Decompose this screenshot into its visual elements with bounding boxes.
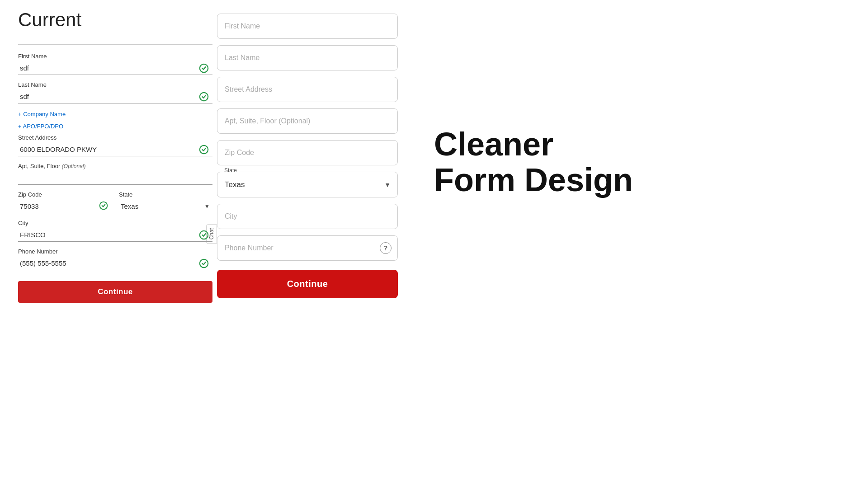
tagline: Cleaner Form Design: [434, 127, 705, 198]
city-wrapper: [18, 228, 212, 242]
last-name-group: Last Name: [18, 81, 212, 103]
continue-button-left[interactable]: Continue: [18, 281, 212, 303]
last-name-check-icon: [199, 92, 209, 102]
left-panel: Current First Name Last Name +: [18, 9, 212, 303]
clean-city-wrapper: [217, 204, 398, 229]
first-name-wrapper: [18, 61, 212, 75]
state-select[interactable]: Texas: [119, 200, 212, 213]
street-wrapper: Chat: [18, 143, 212, 156]
street-input[interactable]: [18, 143, 212, 156]
state-select-wrapper: Texas ▼: [119, 200, 212, 213]
apt-input[interactable]: [18, 171, 212, 185]
state-label: State: [119, 191, 212, 198]
clean-zip-wrapper: [217, 140, 398, 165]
city-input[interactable]: [18, 228, 212, 242]
clean-city-input[interactable]: [217, 204, 398, 229]
current-title: Current: [18, 9, 212, 31]
clean-first-name-wrapper: [217, 14, 398, 39]
street-check-icon: [199, 145, 209, 155]
apo-link[interactable]: + APO/FPO/DPO: [18, 123, 63, 130]
city-label: City: [18, 220, 212, 226]
first-name-input[interactable]: [18, 61, 212, 75]
zip-input[interactable]: [18, 200, 112, 213]
last-name-input[interactable]: [18, 90, 212, 103]
clean-phone-wrapper: ?: [217, 235, 398, 261]
clean-street-wrapper: [217, 77, 398, 102]
zip-check-icon: [99, 201, 108, 212]
clean-first-name-input[interactable]: [217, 14, 398, 39]
clean-last-name-wrapper: [217, 45, 398, 70]
apt-group: Apt, Suite, Floor (Optional): [18, 163, 212, 185]
continue-button-clean[interactable]: Continue: [217, 270, 398, 298]
last-name-label: Last Name: [18, 81, 212, 88]
apt-label: Apt, Suite, Floor (Optional): [18, 163, 212, 169]
clean-form-panel: State Texas Alabama Alaska Arizona Arkan…: [217, 14, 398, 298]
city-check-icon: [199, 230, 209, 240]
zip-group: Zip Code: [18, 191, 112, 213]
clean-zip-input[interactable]: [217, 140, 398, 165]
tagline-line1: Cleaner: [434, 126, 553, 162]
divider: [18, 44, 212, 45]
phone-wrapper-left: [18, 257, 212, 270]
zip-state-row: Zip Code State Texas ▼: [18, 191, 212, 220]
apt-wrapper: [18, 171, 212, 185]
clean-phone-input[interactable]: [217, 235, 398, 261]
tagline-line2: Form Design: [434, 162, 633, 198]
first-name-label: First Name: [18, 53, 212, 60]
clean-last-name-input[interactable]: [217, 45, 398, 70]
last-name-wrapper: [18, 90, 212, 103]
company-name-link[interactable]: + Company Name: [18, 111, 66, 117]
street-label: Street Address: [18, 134, 212, 141]
clean-state-select[interactable]: Texas Alabama Alaska Arizona Arkansas Ca…: [217, 172, 398, 197]
first-name-group: First Name: [18, 53, 212, 75]
clean-street-input[interactable]: [217, 77, 398, 102]
state-floating-label: State: [222, 167, 239, 174]
phone-check-icon: [199, 258, 209, 268]
phone-group-left: Phone Number: [18, 248, 212, 270]
clean-apt-input[interactable]: [217, 108, 398, 134]
first-name-check-icon: [199, 63, 209, 73]
zip-label: Zip Code: [18, 191, 112, 198]
phone-label-left: Phone Number: [18, 248, 212, 255]
street-group: Street Address Chat: [18, 134, 212, 156]
city-group: City: [18, 220, 212, 242]
phone-input-left[interactable]: [18, 257, 212, 270]
clean-state-wrapper: State Texas Alabama Alaska Arizona Arkan…: [217, 172, 398, 197]
zip-wrapper: [18, 200, 112, 213]
phone-help-icon[interactable]: ?: [380, 242, 392, 254]
clean-apt-wrapper: [217, 108, 398, 134]
state-group: State Texas ▼: [119, 191, 212, 213]
right-panel: Cleaner Form Design: [434, 127, 705, 198]
